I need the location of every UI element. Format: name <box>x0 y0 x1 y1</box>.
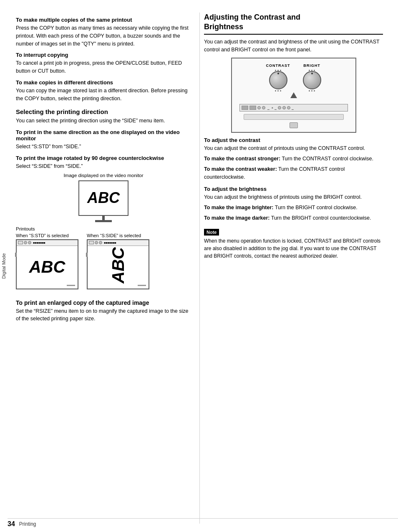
note-body: When the menu operation function is lock… <box>204 237 383 260</box>
printout-std-abc: ABC <box>29 258 65 276</box>
heading-interrupt-copying: To interrupt copying <box>16 52 191 58</box>
text-printing-direction-intro: You can select the printing direction us… <box>16 117 191 125</box>
heading-printing-direction: Selecting the printing direction <box>16 108 191 115</box>
text-adjust-contrast-weaker: To make the contrast weaker: Turn the CO… <box>204 165 383 181</box>
text-print-rotated: Select “S:SIDE” from “SIDE.” <box>16 162 191 170</box>
side-label: Digital Mode <box>0 249 8 283</box>
printouts-label: Printouts <box>16 226 191 231</box>
device-controls-row: ⎯ + ⎯ ⎯ <box>239 104 348 111</box>
device-diagram: CONTRAST <box>231 58 356 133</box>
text-enlarged-copy: Set the “RSIZE” menu item to on to magni… <box>16 307 191 323</box>
printout-diagrams: When “S:STD” is selected ■■■■■■■ ABC <box>16 233 191 289</box>
heading-multiple-copies: To make multiple copies of the same prin… <box>16 17 191 23</box>
printout-side: When “S:SIDE” is selected ■■■■■■■ ABC <box>87 233 149 289</box>
text-print-same-direction: Select “S:STD” from “SIDE.” <box>16 143 191 151</box>
device-slider-row <box>244 114 344 120</box>
arrow-up-icon <box>290 92 297 98</box>
section-title-contrast-brightness: Adjusting the Contrast and Brightness <box>204 13 383 35</box>
page-number: 34 <box>8 520 15 528</box>
text-multiple-copies: Press the COPY button as many times as n… <box>16 24 191 48</box>
heading-enlarged-copy: To print an enlarged copy of the capture… <box>16 299 191 306</box>
printout-side-abc: ABC <box>109 247 128 284</box>
contrast-dial-label: CONTRAST <box>266 63 290 68</box>
printout-side-caption: When “S:SIDE” is selected <box>87 233 141 238</box>
monitor-diagram-label: Image displayed on the video monitor <box>16 173 191 178</box>
printout-std-caption: When “S:STD” is selected <box>16 233 69 238</box>
text-contrast-brightness-intro: You can adjust the contrast and brightne… <box>204 38 383 54</box>
right-column: Adjusting the Contrast and Brightness Yo… <box>199 13 383 524</box>
heading-adjust-brightness: To adjust the brightness <box>204 186 383 192</box>
printout-std-box: ■■■■■■■ ABC <box>16 239 78 289</box>
text-copies-different: You can copy the image stored last in a … <box>16 87 191 103</box>
device-bottom <box>290 122 298 128</box>
text-adjust-contrast-stronger: To make the contrast stronger: Turn the … <box>204 155 383 163</box>
text-adjust-brightness-darker: To make the image darker: Turn the BRIGH… <box>204 214 383 222</box>
contrast-dial <box>269 71 287 89</box>
heading-adjust-contrast: To adjust the contrast <box>204 137 383 143</box>
page-footer: 34 Printing <box>8 518 398 528</box>
monitor-abc-text: ABC <box>87 189 120 207</box>
bright-dial-container: BRIGHT <box>303 63 321 91</box>
bright-dial-label: BRIGHT <box>303 63 320 68</box>
heading-print-rotated: To print the image rotated by 90 degree … <box>16 155 191 161</box>
left-column: To make multiple copies of the same prin… <box>16 13 199 524</box>
page-section: Printing <box>19 521 36 527</box>
note-label: Note <box>204 229 219 236</box>
text-adjust-contrast-intro: You can adjust the contrast of printouts… <box>204 144 383 152</box>
printout-std: When “S:STD” is selected ■■■■■■■ ABC <box>16 233 78 289</box>
heading-print-same-direction: To print in the same direction as the on… <box>16 129 191 142</box>
printout-side-box: ■■■■■■■ ABC <box>87 239 149 289</box>
bright-dial <box>303 71 321 89</box>
monitor-diagram: ABC <box>16 180 191 222</box>
heading-copies-different: To make copies in different directions <box>16 79 191 86</box>
monitor-box: ABC <box>78 180 128 216</box>
text-adjust-brightness-intro: You can adjust the brightness of printou… <box>204 193 383 201</box>
contrast-dial-container: CONTRAST <box>266 63 290 91</box>
text-interrupt-copying: To cancel a print job in progress, press… <box>16 59 191 75</box>
text-adjust-brightness-brighter: To make the image brighter: Turn the BRI… <box>204 204 383 212</box>
